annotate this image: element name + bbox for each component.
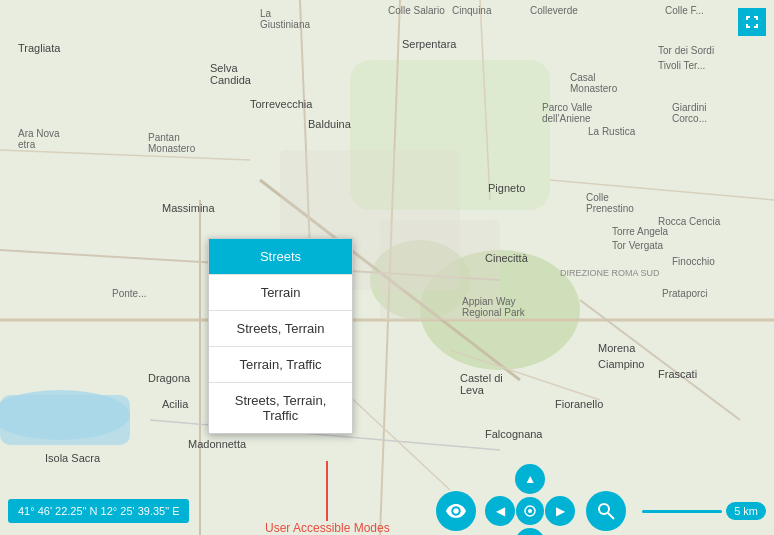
eye-button[interactable] bbox=[436, 491, 476, 531]
svg-rect-5 bbox=[0, 395, 130, 445]
map-background bbox=[0, 0, 774, 535]
dropdown-item-streets-terrain-traffic[interactable]: Streets, Terrain, Traffic bbox=[209, 383, 352, 433]
dropdown-item-streets[interactable]: Streets bbox=[209, 239, 352, 275]
nav-up-button[interactable]: ▲ bbox=[515, 464, 545, 494]
basemap-dropdown: Streets Terrain Streets, Terrain Terrain… bbox=[208, 238, 353, 434]
expand-button[interactable] bbox=[738, 8, 766, 36]
nav-down-button[interactable]: ▼ bbox=[515, 528, 545, 535]
bottom-toolbar: 41° 46' 22.25" N 12° 25' 39.35" E ▲ ◀ ▶ … bbox=[0, 487, 774, 535]
dropdown-item-terrain-traffic[interactable]: Terrain, Traffic bbox=[209, 347, 352, 383]
scale-label: 5 km bbox=[726, 502, 766, 520]
svg-point-23 bbox=[599, 504, 609, 514]
dropdown-item-terrain[interactable]: Terrain bbox=[209, 275, 352, 311]
search-button[interactable] bbox=[586, 491, 626, 531]
dropdown-item-streets-terrain[interactable]: Streets, Terrain bbox=[209, 311, 352, 347]
svg-rect-20 bbox=[380, 220, 500, 320]
scale-line bbox=[642, 510, 722, 513]
nav-right-button[interactable]: ▶ bbox=[545, 496, 575, 526]
svg-line-24 bbox=[608, 513, 614, 519]
svg-point-22 bbox=[528, 509, 532, 513]
scale-bar: 5 km bbox=[642, 502, 766, 520]
nav-left-button[interactable]: ◀ bbox=[485, 496, 515, 526]
coordinates-badge: 41° 46' 22.25" N 12° 25' 39.35" E bbox=[8, 499, 189, 523]
map-container: LaGiustiniana Colle Salario Cinquina Col… bbox=[0, 0, 774, 535]
compass-center bbox=[516, 497, 544, 525]
